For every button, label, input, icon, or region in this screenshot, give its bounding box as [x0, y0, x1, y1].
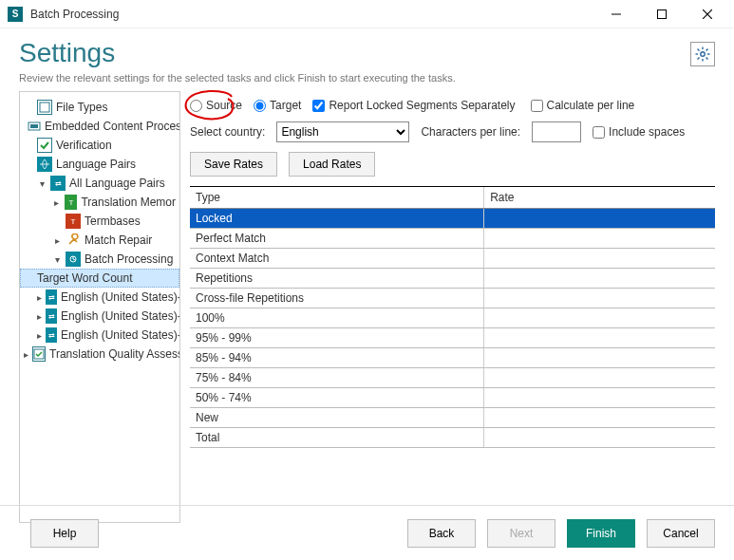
- verif-icon: [37, 138, 52, 153]
- next-button[interactable]: Next: [487, 519, 555, 548]
- help-button[interactable]: Help: [30, 519, 99, 548]
- country-select[interactable]: English: [276, 121, 409, 142]
- tree-item-label: Embedded Content Proces: [45, 120, 180, 133]
- back-button[interactable]: Back: [407, 519, 476, 548]
- svg-line-10: [706, 58, 708, 60]
- tree-expander-icon[interactable]: ▾: [52, 254, 62, 265]
- rates-table: Type Rate LockedPerfect MatchContext Mat…: [190, 187, 715, 448]
- page-title: Settings: [19, 38, 715, 68]
- cell-type: 100%: [190, 308, 484, 328]
- svg-rect-13: [40, 103, 49, 112]
- include-spaces-checkbox[interactable]: [593, 126, 605, 139]
- rates-buttons-row: Save Rates Load Rates: [190, 152, 715, 177]
- table-row[interactable]: New: [190, 408, 715, 428]
- cell-type: New: [190, 408, 484, 428]
- mem-green-icon: T: [65, 195, 78, 210]
- tree-expander-icon[interactable]: ▸: [52, 197, 61, 208]
- maximize-button[interactable]: [643, 3, 681, 26]
- content-body: File TypesEmbedded Content ProcesVerific…: [0, 91, 734, 523]
- tree-item-label: English (United States)-: [61, 328, 180, 342]
- cell-rate[interactable]: [484, 308, 715, 328]
- pairs-icon: ⇄: [50, 176, 66, 191]
- cell-rate[interactable]: [484, 289, 715, 308]
- cell-rate[interactable]: [484, 328, 715, 348]
- svg-rect-15: [30, 124, 38, 128]
- cell-rate[interactable]: [484, 408, 715, 428]
- tree-item-label: Translation Memor: [81, 196, 176, 209]
- table-row[interactable]: Locked: [190, 209, 715, 229]
- report-locked-group: Report Locked Segments Separately: [312, 99, 515, 112]
- cell-rate[interactable]: [484, 428, 715, 448]
- tree-item[interactable]: ▸⇄English (United States)-: [20, 326, 179, 345]
- cell-type: 75% - 84%: [190, 368, 484, 388]
- svg-line-9: [698, 49, 700, 51]
- tree-item[interactable]: TTermbases: [20, 212, 179, 231]
- table-row[interactable]: Perfect Match: [190, 229, 715, 249]
- cell-rate[interactable]: [484, 209, 715, 229]
- tree-expander-icon[interactable]: ▸: [37, 311, 42, 322]
- cell-rate[interactable]: [484, 348, 715, 368]
- minimize-button[interactable]: [597, 3, 635, 26]
- tree-item[interactable]: Language Pairs: [20, 155, 179, 174]
- table-row[interactable]: 50% - 74%: [190, 388, 715, 408]
- cell-rate[interactable]: [484, 368, 715, 388]
- tree-item[interactable]: ▸⇄English (United States)-: [20, 307, 179, 326]
- tree-expander-icon[interactable]: ▸: [37, 292, 42, 303]
- tree-expander-icon[interactable]: ▸: [52, 235, 62, 246]
- select-country-label: Select country:: [190, 125, 265, 139]
- cell-rate[interactable]: [484, 388, 715, 408]
- pairs-icon: ⇄: [46, 327, 57, 343]
- tree-item[interactable]: ▸⇄English (United States)-: [20, 288, 179, 307]
- table-row[interactable]: Cross-file Repetitions: [190, 289, 715, 308]
- maximize-icon: [657, 9, 667, 19]
- source-radio[interactable]: [190, 100, 202, 112]
- wrench-icon: [66, 233, 81, 248]
- cell-rate[interactable]: [484, 229, 715, 249]
- tree-item[interactable]: ▸TTranslation Memor: [20, 193, 179, 212]
- svg-text:⇄: ⇄: [48, 293, 55, 302]
- close-button[interactable]: [688, 3, 726, 26]
- tree-item[interactable]: ▸Match Repair: [20, 231, 179, 250]
- table-row[interactable]: Repetitions: [190, 269, 715, 289]
- table-row[interactable]: 100%: [190, 308, 715, 328]
- table-row[interactable]: 75% - 84%: [190, 368, 715, 388]
- settings-gear-button[interactable]: [690, 42, 715, 66]
- cancel-button[interactable]: Cancel: [647, 519, 715, 548]
- report-locked-checkbox[interactable]: [312, 100, 325, 112]
- svg-text:⇄: ⇄: [48, 331, 55, 340]
- tree-item[interactable]: ▾⇄All Language Pairs: [20, 174, 179, 193]
- tree-item[interactable]: Embedded Content Proces: [20, 117, 179, 136]
- chars-per-line-input[interactable]: [532, 121, 581, 142]
- tree-item-label: Batch Processing: [85, 252, 173, 266]
- tree-item[interactable]: ▾Batch Processing: [20, 250, 179, 269]
- table-row[interactable]: Total: [190, 428, 715, 448]
- tree-expander-icon[interactable]: ▾: [37, 178, 47, 189]
- finish-button[interactable]: Finish: [567, 519, 635, 548]
- load-rates-button[interactable]: Load Rates: [289, 152, 375, 177]
- col-rate[interactable]: Rate: [484, 187, 715, 209]
- tree-item[interactable]: Verification: [20, 136, 179, 155]
- tree-item[interactable]: File Types: [20, 98, 179, 117]
- tree-expander-icon[interactable]: ▸: [24, 349, 28, 360]
- source-radio-group: Source: [190, 99, 242, 112]
- cell-type: 95% - 99%: [190, 328, 484, 348]
- table-row[interactable]: Context Match: [190, 249, 715, 269]
- table-row[interactable]: 95% - 99%: [190, 328, 715, 348]
- cell-rate[interactable]: [484, 249, 715, 269]
- target-radio[interactable]: [254, 100, 266, 112]
- close-icon: [703, 9, 712, 19]
- col-type[interactable]: Type: [190, 187, 484, 209]
- tree-item[interactable]: Target Word Count: [20, 269, 179, 288]
- file-icon: [37, 100, 52, 115]
- tree-expander-icon[interactable]: ▸: [37, 330, 42, 341]
- save-rates-button[interactable]: Save Rates: [190, 152, 277, 177]
- tree-item-label: Translation Quality Assess: [49, 347, 180, 361]
- table-row[interactable]: 85% - 94%: [190, 348, 715, 368]
- calc-per-line-checkbox[interactable]: [531, 100, 543, 112]
- tree-item[interactable]: ▸Translation Quality Assess: [20, 345, 179, 364]
- source-radio-label: Source: [206, 99, 242, 112]
- cell-rate[interactable]: [484, 269, 715, 289]
- options-row-2: Select country: English Characters per l…: [190, 121, 715, 142]
- page-subtitle: Review the relevant settings for the sel…: [19, 72, 715, 84]
- tree-item-label: English (United States)-: [61, 309, 180, 323]
